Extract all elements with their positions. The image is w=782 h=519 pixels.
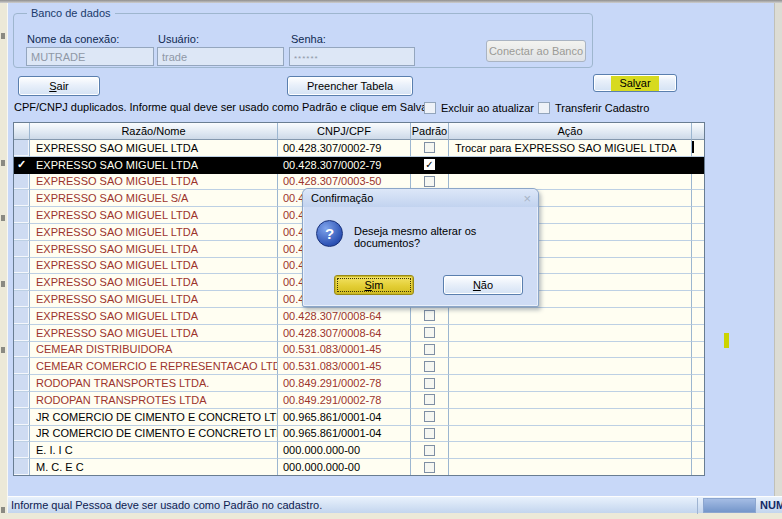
cell-padrao[interactable]: [411, 140, 449, 157]
fill-table-button[interactable]: Preencher Tabela: [287, 76, 413, 96]
cell-razao-nome[interactable]: EXPRESSO SAO MIGUEL S/A: [30, 190, 278, 207]
save-button[interactable]: Salvar: [593, 74, 677, 92]
padrao-checkbox[interactable]: [424, 445, 435, 456]
connect-button[interactable]: Conectar ao Banco: [486, 40, 586, 62]
cell-acao[interactable]: [449, 308, 692, 325]
cell-padrao[interactable]: [411, 392, 449, 409]
cell-razao-nome[interactable]: EXPRESSO SAO MIGUEL LTDA: [30, 207, 278, 224]
cell-acao[interactable]: [449, 426, 692, 443]
cell-cnpj-cpf[interactable]: 00.849.291/0002-78: [278, 375, 411, 392]
cell-razao-nome[interactable]: EXPRESSO SAO MIGUEL LTDA: [30, 241, 278, 258]
header-cnpj-cpf[interactable]: CNPJ/CPF: [278, 123, 411, 140]
cell-acao[interactable]: [449, 375, 692, 392]
cell-razao-nome[interactable]: EXPRESSO SAO MIGUEL LTDA: [30, 140, 278, 157]
padrao-checkbox[interactable]: [424, 378, 435, 389]
cell-razao-nome[interactable]: E. I. I C: [30, 442, 278, 459]
cell-cnpj-cpf[interactable]: 00.531.083/0001-45: [278, 342, 411, 359]
cell-cnpj-cpf[interactable]: 00.428.307/0002-79: [278, 157, 411, 174]
table-row[interactable]: M. C. E C000.000.000-00: [14, 459, 704, 476]
cell-padrao[interactable]: [411, 358, 449, 375]
cell-acao[interactable]: [449, 325, 692, 342]
header-acao[interactable]: Ação: [449, 123, 692, 140]
cell-razao-nome[interactable]: EXPRESSO SAO MIGUEL LTDA: [30, 291, 278, 308]
cell-acao[interactable]: [449, 358, 692, 375]
cell-razao-nome[interactable]: EXPRESSO SAO MIGUEL LTDA: [30, 224, 278, 241]
cell-cnpj-cpf[interactable]: 00.428.307/0008-64: [278, 325, 411, 342]
cell-padrao[interactable]: [411, 375, 449, 392]
cell-acao[interactable]: [449, 409, 692, 426]
cell-cnpj-cpf[interactable]: 00.965.861/0001-04: [278, 426, 411, 443]
padrao-checkbox[interactable]: [424, 361, 435, 372]
padrao-checkbox[interactable]: [424, 428, 435, 439]
cell-padrao[interactable]: [411, 442, 449, 459]
connection-name-input[interactable]: [26, 47, 154, 66]
cell-padrao[interactable]: [411, 308, 449, 325]
dialog-titlebar[interactable]: Confirmação: [303, 189, 538, 207]
table-row[interactable]: EXPRESSO SAO MIGUEL LTDA00.428.307/0008-…: [14, 325, 704, 342]
cell-acao[interactable]: [449, 442, 692, 459]
padrao-checkbox[interactable]: [424, 176, 435, 187]
no-button[interactable]: Não: [443, 275, 523, 295]
cell-cnpj-cpf[interactable]: 000.000.000-00: [278, 442, 411, 459]
padrao-checkbox[interactable]: [424, 411, 435, 422]
cell-acao[interactable]: Trocar para EXPRESSO SAO MIGUEL LTDA: [449, 140, 692, 157]
padrao-checkbox[interactable]: [424, 344, 435, 355]
cell-razao-nome[interactable]: EXPRESSO SAO MIGUEL LTDA: [30, 325, 278, 342]
cell-acao[interactable]: [449, 392, 692, 409]
table-row[interactable]: CEMEAR DISTRIBUIDORA00.531.083/0001-45: [14, 342, 704, 359]
cell-razao-nome[interactable]: EXPRESSO SAO MIGUEL LTDA: [30, 157, 278, 174]
checkbox-icon[interactable]: [424, 102, 436, 114]
cell-razao-nome[interactable]: JR COMERCIO DE CIMENTO E CONCRETO LTDA: [30, 409, 278, 426]
table-row[interactable]: JR COMERCIO DE CIMENTO E CONCRETO LTDA00…: [14, 426, 704, 443]
cell-padrao[interactable]: [411, 409, 449, 426]
cell-razao-nome[interactable]: RODOPAN TRANSPROTES LTDA: [30, 392, 278, 409]
table-row[interactable]: EXPRESSO SAO MIGUEL LTDA00.428.307/0002-…: [14, 140, 704, 157]
cell-acao[interactable]: [449, 459, 692, 476]
cell-padrao[interactable]: [411, 426, 449, 443]
cell-cnpj-cpf[interactable]: 00.428.307/0008-64: [278, 308, 411, 325]
table-row[interactable]: EXPRESSO SAO MIGUEL LTDA00.428.307/0008-…: [14, 308, 704, 325]
cell-razao-nome[interactable]: CEMEAR COMERCIO E REPRESENTACAO LTDA: [30, 358, 278, 375]
header-razao-nome[interactable]: Razão/Nome: [30, 123, 278, 140]
cell-acao[interactable]: [449, 342, 692, 359]
cell-razao-nome[interactable]: CEMEAR DISTRIBUIDORA: [30, 342, 278, 359]
checkbox-icon[interactable]: [538, 102, 550, 114]
user-input[interactable]: [157, 47, 284, 66]
table-row[interactable]: RODOPAN TRANSPORTES LTDA.00.849.291/0002…: [14, 375, 704, 392]
cell-cnpj-cpf[interactable]: 00.531.083/0001-45: [278, 358, 411, 375]
close-icon[interactable]: ×: [523, 192, 531, 205]
padrao-checkbox[interactable]: [424, 327, 435, 338]
cell-cnpj-cpf[interactable]: 000.000.000-00: [278, 459, 411, 476]
cell-razao-nome[interactable]: M. C. E C: [30, 459, 278, 476]
padrao-checkbox[interactable]: [424, 394, 435, 405]
exclude-on-update-checkbox[interactable]: Excluir ao atualizar: [424, 102, 534, 114]
cell-padrao[interactable]: ✓: [411, 157, 449, 174]
table-row[interactable]: RODOPAN TRANSPROTES LTDA00.849.291/0002-…: [14, 392, 704, 409]
cell-cnpj-cpf[interactable]: 00.965.861/0001-04: [278, 409, 411, 426]
cell-padrao[interactable]: [411, 459, 449, 476]
table-row[interactable]: CEMEAR COMERCIO E REPRESENTACAO LTDA00.5…: [14, 358, 704, 375]
cell-acao[interactable]: [449, 157, 692, 174]
cell-padrao[interactable]: [411, 342, 449, 359]
padrao-checkbox[interactable]: ✓: [424, 159, 435, 170]
cell-razao-nome[interactable]: EXPRESSO SAO MIGUEL LTDA: [30, 274, 278, 291]
yes-button[interactable]: Sim: [334, 275, 414, 295]
cell-razao-nome[interactable]: EXPRESSO SAO MIGUEL LTDA: [30, 258, 278, 275]
cell-razao-nome[interactable]: JR COMERCIO DE CIMENTO E CONCRETO LTDA: [30, 426, 278, 443]
transfer-registry-checkbox[interactable]: Transferir Cadastro: [538, 102, 649, 114]
password-input[interactable]: [289, 47, 415, 66]
header-padrao[interactable]: Padrão: [411, 123, 449, 140]
table-row[interactable]: JR COMERCIO DE CIMENTO E CONCRETO LTDA00…: [14, 409, 704, 426]
padrao-checkbox[interactable]: [424, 462, 435, 473]
cell-cnpj-cpf[interactable]: 00.428.307/0002-79: [278, 140, 411, 157]
padrao-checkbox[interactable]: [424, 142, 435, 153]
cell-padrao[interactable]: [411, 325, 449, 342]
table-row[interactable]: E. I. I C000.000.000-00: [14, 442, 704, 459]
table-row[interactable]: ✓EXPRESSO SAO MIGUEL LTDA00.428.307/0002…: [14, 157, 704, 174]
cell-cnpj-cpf[interactable]: 00.849.291/0002-78: [278, 392, 411, 409]
padrao-checkbox[interactable]: [424, 310, 435, 321]
cell-razao-nome[interactable]: RODOPAN TRANSPORTES LTDA.: [30, 375, 278, 392]
cell-razao-nome[interactable]: EXPRESSO SAO MIGUEL LTDA: [30, 308, 278, 325]
exit-button[interactable]: Sair: [18, 76, 100, 96]
cell-razao-nome[interactable]: EXPRESSO SAO MIGUEL LTDA: [30, 174, 278, 191]
